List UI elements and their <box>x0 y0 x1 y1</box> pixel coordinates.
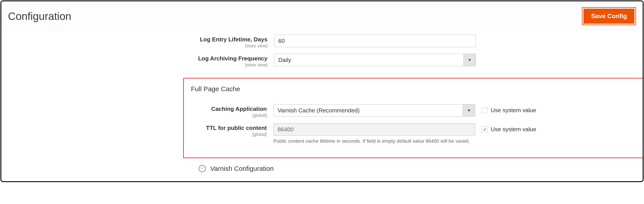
section-divider <box>183 74 640 74</box>
caching-app-use-system-checkbox[interactable] <box>482 107 488 113</box>
log-frequency-select[interactable]: Daily <box>274 54 476 66</box>
ttl-use-system-checkbox[interactable] <box>482 126 488 132</box>
field-caching-application: Caching Application [global] Varnish Cac… <box>189 104 641 118</box>
field-ttl: TTL for public content [global] Public c… <box>189 123 641 145</box>
save-button-highlight: Save Config <box>582 7 636 25</box>
field-log-frequency: Log Archiving Frequency [store view] Dai… <box>183 54 636 68</box>
log-lifetime-input[interactable] <box>274 35 476 47</box>
ttl-input <box>274 123 475 136</box>
save-config-button[interactable]: Save Config <box>584 9 634 24</box>
caching-app-select[interactable]: Varnish Cache (Recommended) <box>274 104 475 117</box>
field-log-lifetime: Log Entry Lifetime, Days [store view] <box>183 35 636 48</box>
caching-app-use-system-label: Use system value <box>491 107 536 114</box>
page-title: Configuration <box>8 10 72 22</box>
subsection-varnish-configuration[interactable]: ﹀ Varnish Configuration <box>199 165 636 172</box>
ttl-label: TTL for public content <box>206 124 267 131</box>
caching-app-scope: [global] <box>189 113 267 118</box>
ttl-hint: Public content cache lifetime in seconds… <box>274 138 475 145</box>
full-page-cache-highlight: Full Page Cache Caching Application [glo… <box>183 78 644 158</box>
log-frequency-scope: [store view] <box>183 62 268 68</box>
subsection-title: Varnish Configuration <box>210 165 274 172</box>
expand-subsection-icon[interactable]: ﹀ <box>199 165 206 172</box>
log-lifetime-label: Log Entry Lifetime, Days <box>200 36 268 43</box>
caching-app-label: Caching Application <box>211 105 267 112</box>
ttl-use-system-label: Use system value <box>491 126 536 133</box>
log-lifetime-scope: [store view] <box>183 43 268 48</box>
ttl-scope: [global] <box>189 132 267 137</box>
section-title-full-page-cache: Full Page Cache <box>191 85 641 93</box>
log-frequency-label: Log Archiving Frequency <box>198 55 268 62</box>
